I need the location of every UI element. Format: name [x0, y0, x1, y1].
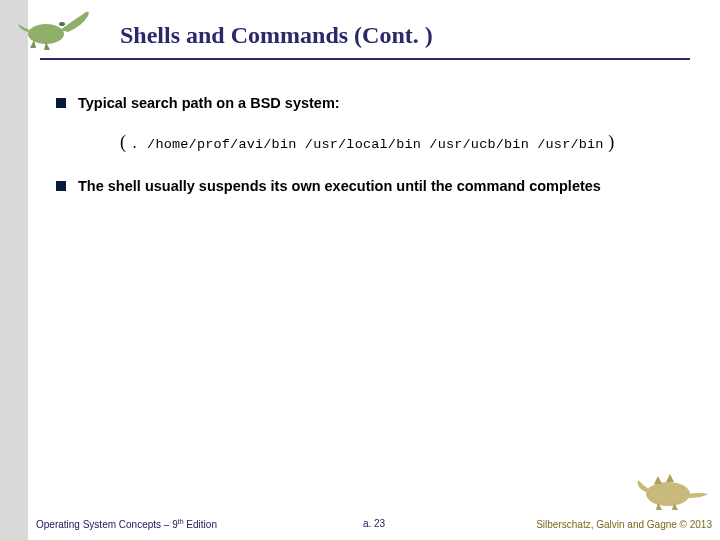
dinosaur-top-left-image	[16, 2, 102, 50]
left-sidebar	[0, 0, 28, 540]
square-bullet-icon	[56, 98, 66, 108]
svg-point-2	[646, 482, 690, 506]
footer-left: Operating System Concepts – 9th Edition	[36, 518, 217, 530]
footer: Operating System Concepts – 9th Edition …	[36, 518, 712, 530]
bullet-text: The shell usually suspends its own execu…	[78, 177, 601, 197]
svg-point-1	[59, 22, 65, 26]
search-path-example: ( . /home/prof/avi/bin /usr/local/bin /u…	[120, 132, 686, 153]
dinosaur-bottom-right-image	[634, 468, 712, 512]
bullet-item: Typical search path on a BSD system:	[56, 94, 686, 114]
footer-left-prefix: Operating System Concepts – 9	[36, 519, 178, 530]
path-mono: . /home/prof/avi/bin /usr/local/bin /usr…	[131, 137, 604, 152]
svg-point-0	[28, 24, 64, 44]
title-underline	[40, 58, 690, 60]
close-paren: )	[604, 132, 615, 152]
square-bullet-icon	[56, 181, 66, 191]
open-paren: (	[120, 132, 131, 152]
footer-center: a. 23	[363, 518, 385, 529]
slide-title: Shells and Commands (Cont. )	[120, 22, 433, 49]
content-area: Typical search path on a BSD system: ( .…	[56, 94, 686, 214]
bullet-item: The shell usually suspends its own execu…	[56, 177, 686, 197]
footer-right: Silberschatz, Galvin and Gagne © 2013	[536, 519, 712, 530]
bullet-text: Typical search path on a BSD system:	[78, 94, 340, 114]
footer-left-suffix: Edition	[184, 519, 217, 530]
